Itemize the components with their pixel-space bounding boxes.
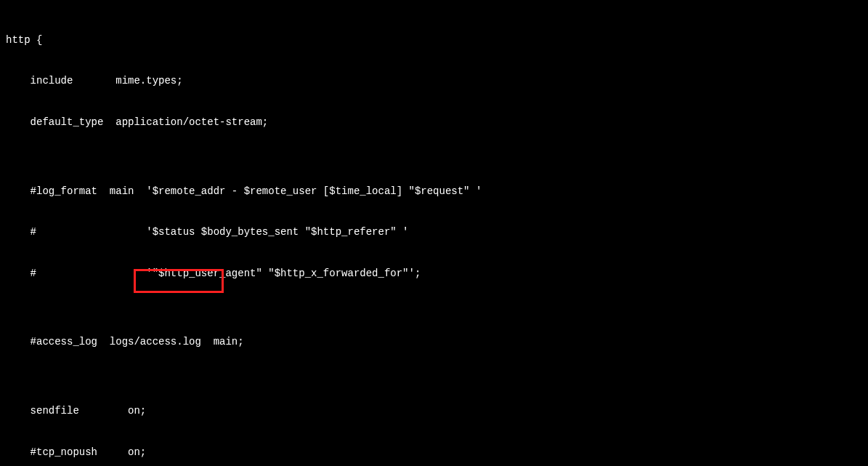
code-line: include mime.types; xyxy=(6,74,862,88)
code-line: # '$status $body_bytes_sent "$http_refer… xyxy=(6,225,862,239)
code-line: http { xyxy=(6,33,862,47)
code-line: #access_log logs/access.log main; xyxy=(6,335,862,349)
nginx-config-code: http { include mime.types; default_type … xyxy=(6,6,862,466)
code-line: #tcp_nopush on; xyxy=(6,446,862,459)
code-line: sendfile on; xyxy=(6,404,862,418)
code-line: #log_format main '$remote_addr - $remote… xyxy=(6,185,862,198)
code-line: default_type application/octet-stream; xyxy=(6,116,862,129)
code-line: # '"$http_user_agent" "$http_x_forwarded… xyxy=(6,267,862,281)
